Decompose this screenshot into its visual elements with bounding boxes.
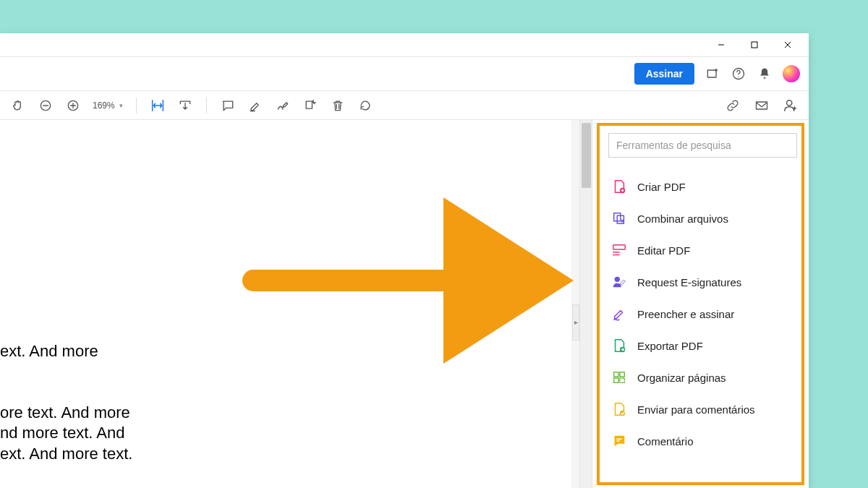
chevron-down-icon: ▾: [119, 102, 123, 109]
window-maximize-button[interactable]: [738, 35, 771, 55]
tool-label: Criar PDF: [637, 181, 686, 193]
svg-rect-1: [707, 70, 716, 77]
doc-text-line: ext. And more text.: [0, 444, 571, 465]
tool-organize-pages[interactable]: Organizar páginas: [608, 361, 797, 393]
add-reviewer-icon[interactable]: [780, 95, 801, 116]
notifications-icon[interactable]: [757, 66, 773, 82]
zoom-in-icon[interactable]: [62, 95, 84, 116]
user-avatar[interactable]: [783, 65, 800, 82]
tool-label: Comentário: [637, 435, 694, 448]
doc-text-line: nd more text. And: [0, 423, 571, 444]
tool-export-pdf[interactable]: Exportar PDF: [608, 330, 797, 361]
tool-label: Enviar para comentários: [637, 403, 755, 416]
tool-edit-pdf[interactable]: Editar PDF: [608, 234, 797, 266]
top-app-bar: Assinar: [0, 56, 809, 91]
rotate-icon[interactable]: [354, 95, 376, 116]
document-page: ext. And more ore text. And more nd more…: [0, 120, 571, 488]
tool-label: Exportar PDF: [637, 340, 703, 352]
app-window: Assinar 169% ▾: [0, 33, 809, 488]
tools-panel: Criar PDF Combinar arquivos Editar PDF: [592, 120, 809, 488]
create-pdf-icon: [611, 179, 627, 194]
combine-files-icon: [611, 210, 627, 226]
tool-fill-sign[interactable]: Preencher e assinar: [608, 298, 797, 330]
svg-point-13: [615, 277, 620, 282]
doc-text-line: ore text. And more: [0, 403, 571, 424]
scrollbar-thumb[interactable]: [582, 123, 591, 188]
svg-point-3: [738, 77, 739, 77]
zoom-out-icon[interactable]: [35, 95, 56, 116]
vertical-scrollbar[interactable]: [579, 120, 592, 488]
email-icon[interactable]: [751, 95, 773, 116]
delete-icon[interactable]: [327, 95, 349, 116]
workspace: ext. And more ore text. And more nd more…: [0, 120, 809, 488]
highlight-icon[interactable]: [244, 95, 266, 116]
comment-note-icon[interactable]: [217, 95, 239, 116]
tool-label: Preencher e assinar: [637, 308, 734, 320]
tool-label: Combinar arquivos: [637, 213, 728, 225]
svg-rect-17: [614, 378, 618, 382]
svg-rect-7: [757, 102, 767, 109]
tool-comment[interactable]: Comentário: [608, 425, 797, 457]
document-viewer[interactable]: ext. And more ore text. And more nd more…: [0, 120, 592, 488]
window-close-button[interactable]: [771, 35, 804, 55]
fit-page-icon[interactable]: [174, 95, 196, 116]
tool-label: Editar PDF: [637, 244, 690, 257]
tool-label: Request E-signatures: [637, 276, 741, 288]
svg-rect-0: [752, 42, 757, 48]
tool-list: Criar PDF Combinar arquivos Editar PDF: [608, 171, 797, 457]
stamp-icon[interactable]: [299, 95, 321, 116]
edit-pdf-icon: [611, 242, 627, 258]
request-sign-icon: [611, 274, 627, 290]
fit-width-icon[interactable]: [147, 95, 169, 116]
svg-rect-16: [620, 372, 624, 377]
toolbar-separator: [136, 98, 137, 114]
svg-rect-15: [614, 372, 618, 377]
zoom-level-dropdown[interactable]: 169% ▾: [90, 100, 126, 111]
doc-blank-line: [0, 362, 571, 403]
doc-text-line: ext. And more: [0, 341, 571, 362]
link-share-icon[interactable]: [722, 95, 744, 116]
window-minimize-button[interactable]: [705, 35, 738, 55]
document-toolbar: 169% ▾: [0, 91, 809, 120]
panel-collapse-handle[interactable]: ▸: [572, 304, 579, 341]
send-comments-icon: [611, 401, 627, 417]
svg-rect-6: [306, 101, 312, 108]
window-titlebar: [0, 33, 809, 56]
svg-point-8: [787, 100, 792, 105]
tool-create-pdf[interactable]: Criar PDF: [608, 171, 797, 202]
hand-tool-icon[interactable]: [7, 95, 29, 116]
tool-combine-files[interactable]: Combinar arquivos: [608, 202, 797, 234]
svg-rect-18: [620, 378, 624, 382]
fill-sign-icon: [611, 306, 627, 322]
svg-rect-12: [613, 245, 626, 249]
toolbar-separator: [206, 98, 207, 114]
sign-in-button[interactable]: Assinar: [634, 63, 694, 85]
organize-pages-icon: [611, 369, 627, 385]
zoom-value: 169%: [93, 100, 115, 111]
tool-request-signatures[interactable]: Request E-signatures: [608, 266, 797, 298]
tool-send-comments[interactable]: Enviar para comentários: [608, 393, 797, 425]
tools-search-input[interactable]: [608, 133, 797, 158]
help-icon[interactable]: [731, 66, 746, 82]
sign-draw-icon[interactable]: [272, 95, 294, 116]
tool-label: Organizar páginas: [637, 372, 726, 384]
share-app-icon[interactable]: [705, 66, 720, 82]
export-pdf-icon: [611, 338, 627, 354]
comment-icon: [611, 433, 627, 449]
